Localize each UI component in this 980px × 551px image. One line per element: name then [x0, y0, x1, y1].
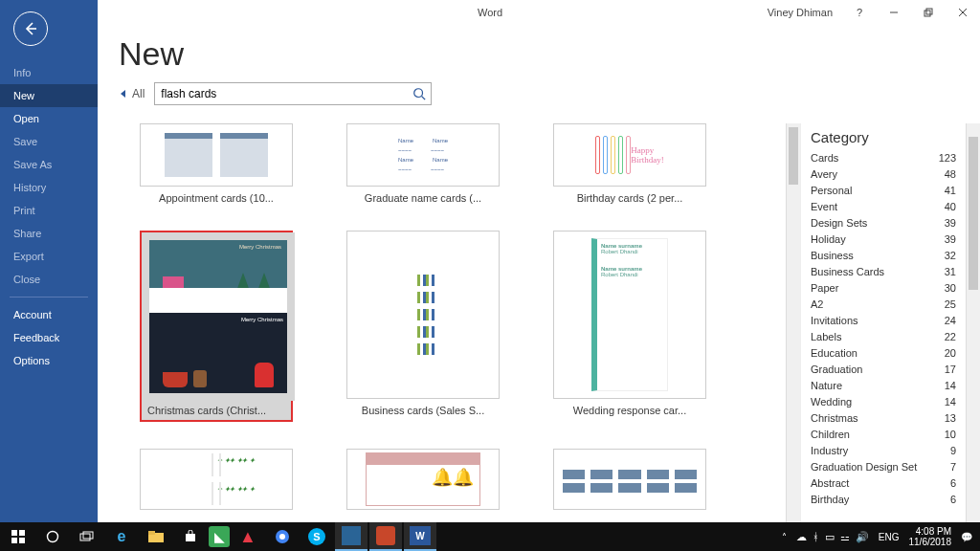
- sidebar-item-options[interactable]: Options: [0, 349, 98, 372]
- app-icon[interactable]: [369, 522, 402, 551]
- edge-icon[interactable]: e: [105, 522, 138, 551]
- category-name: Graduation: [811, 364, 862, 375]
- svg-point-19: [279, 534, 285, 540]
- store-icon[interactable]: [174, 522, 207, 551]
- sidebar-item-account[interactable]: Account: [0, 303, 98, 326]
- category-row[interactable]: Invitations24: [801, 312, 966, 328]
- sidebar-item-print: Print: [0, 199, 98, 222]
- template-card[interactable]: [553, 449, 706, 510]
- template-label: Appointment cards (10...: [140, 187, 293, 204]
- category-row[interactable]: Personal41: [801, 182, 966, 198]
- template-card[interactable]: Merry ChristmasMerry ChristmasChristmas …: [140, 231, 293, 422]
- svg-rect-13: [80, 534, 90, 540]
- template-search-box[interactable]: [154, 82, 432, 105]
- category-count: 9: [950, 445, 956, 456]
- svg-line-7: [422, 97, 426, 100]
- onedrive-icon[interactable]: ☁: [796, 531, 807, 543]
- close-button[interactable]: [949, 2, 976, 23]
- category-row[interactable]: Paper30: [801, 279, 966, 296]
- cortana-button[interactable]: [36, 522, 69, 551]
- template-thumbnail: [140, 449, 293, 510]
- category-row[interactable]: Labels22: [801, 328, 966, 344]
- template-thumbnail: [140, 123, 293, 187]
- svg-rect-9: [19, 530, 25, 536]
- category-name: Wedding: [811, 396, 852, 408]
- chrome-icon[interactable]: [266, 522, 299, 551]
- category-count: 6: [950, 477, 956, 489]
- category-pane: Category Cards123Avery48Personal41Event4…: [800, 123, 980, 522]
- explorer-icon[interactable]: [140, 522, 172, 551]
- template-card[interactable]: Appointment cards (10...: [140, 123, 293, 204]
- help-button[interactable]: ?: [846, 2, 873, 23]
- task-view-button[interactable]: [71, 522, 103, 551]
- template-card[interactable]: Name surnameRobert DhandiName surnameRob…: [553, 231, 706, 422]
- category-row[interactable]: Business32: [801, 247, 966, 263]
- category-row[interactable]: Education20: [801, 344, 966, 361]
- category-name: Children: [811, 429, 850, 440]
- template-label: Business cards (Sales S...: [346, 399, 500, 416]
- template-thumbnail: [553, 449, 706, 510]
- search-icon[interactable]: [408, 87, 431, 100]
- app-icon[interactable]: ▲: [232, 522, 264, 551]
- category-row[interactable]: Industry9: [801, 442, 966, 458]
- category-row[interactable]: Abstract6: [801, 474, 966, 491]
- action-center-icon[interactable]: 💬: [961, 532, 972, 542]
- battery-icon[interactable]: ▭: [825, 531, 835, 543]
- category-row[interactable]: A225: [801, 296, 966, 312]
- system-tray[interactable]: ☁ ᚼ ▭ ⚍ 🔊: [796, 531, 869, 543]
- category-row[interactable]: Business Cards31: [801, 263, 966, 279]
- category-row[interactable]: Christmas13: [801, 409, 966, 426]
- titlebar: Word Viney Dhiman ?: [0, 0, 980, 24]
- category-row[interactable]: Nature14: [801, 377, 966, 393]
- search-scope-all[interactable]: All: [119, 87, 145, 100]
- signed-in-user[interactable]: Viney Dhiman: [762, 7, 838, 18]
- category-name: Holiday: [811, 233, 846, 245]
- start-button[interactable]: [2, 522, 34, 551]
- backstage-main: New All Appointment cards (10...NameName…: [98, 24, 980, 522]
- category-name: Business Cards: [811, 266, 884, 277]
- category-row[interactable]: Design Sets39: [801, 214, 966, 231]
- template-card[interactable]: NameName~~~~~~~~NameName~~~~~~~~Graduate…: [346, 123, 500, 204]
- restore-button[interactable]: [915, 2, 942, 23]
- category-row[interactable]: Graduation17: [801, 361, 966, 377]
- category-row[interactable]: Event40: [801, 198, 966, 214]
- back-button[interactable]: [13, 11, 48, 46]
- sidebar-item-new[interactable]: New: [0, 84, 98, 107]
- template-card[interactable]: 🔔🔔: [346, 449, 500, 510]
- category-row[interactable]: Holiday39: [801, 231, 966, 247]
- svg-rect-8: [11, 530, 17, 536]
- template-thumbnail: [346, 231, 500, 399]
- backstage-sidebar: InfoNewOpenSaveSave AsHistoryPrintShareE…: [0, 0, 98, 522]
- category-row[interactable]: Graduation Design Set7: [801, 458, 966, 474]
- category-row[interactable]: Avery48: [801, 165, 966, 182]
- sidebar-item-open[interactable]: Open: [0, 107, 98, 130]
- app-icon[interactable]: ◣: [209, 526, 230, 547]
- category-row[interactable]: Wedding14: [801, 393, 966, 409]
- bluetooth-icon[interactable]: ᚼ: [813, 531, 819, 543]
- template-card[interactable]: Business cards (Sales S...: [346, 231, 500, 422]
- category-name: Design Sets: [811, 217, 867, 229]
- wifi-icon[interactable]: ⚍: [840, 531, 850, 543]
- category-scrollbar[interactable]: [966, 123, 980, 522]
- tray-chevron-icon[interactable]: ˄: [782, 532, 787, 542]
- word-icon[interactable]: W: [404, 522, 436, 551]
- app-icon[interactable]: [335, 522, 368, 551]
- skype-icon[interactable]: S: [301, 522, 333, 551]
- category-row[interactable]: Children10: [801, 426, 966, 442]
- search-input[interactable]: [155, 87, 408, 100]
- template-card[interactable]: HappyBirthday!Birthday cards (2 per...: [553, 123, 706, 204]
- category-row[interactable]: Birthday6: [801, 491, 966, 507]
- clock-date[interactable]: 11/6/2018: [909, 537, 952, 547]
- minimize-button[interactable]: [880, 2, 907, 23]
- category-name: Event: [811, 201, 837, 212]
- sidebar-item-export: Export: [0, 245, 98, 268]
- clock-time[interactable]: 4:08 PM: [916, 526, 951, 537]
- sidebar-item-feedback[interactable]: Feedback: [0, 326, 98, 349]
- template-thumbnail: Name surnameRobert DhandiName surnameRob…: [553, 231, 706, 399]
- volume-icon[interactable]: 🔊: [856, 531, 869, 543]
- gallery-scrollbar[interactable]: [786, 123, 800, 522]
- ime-lang[interactable]: ENG: [879, 532, 900, 542]
- template-card[interactable]: [140, 449, 293, 510]
- svg-rect-17: [186, 534, 195, 541]
- category-row[interactable]: Cards123: [801, 149, 966, 165]
